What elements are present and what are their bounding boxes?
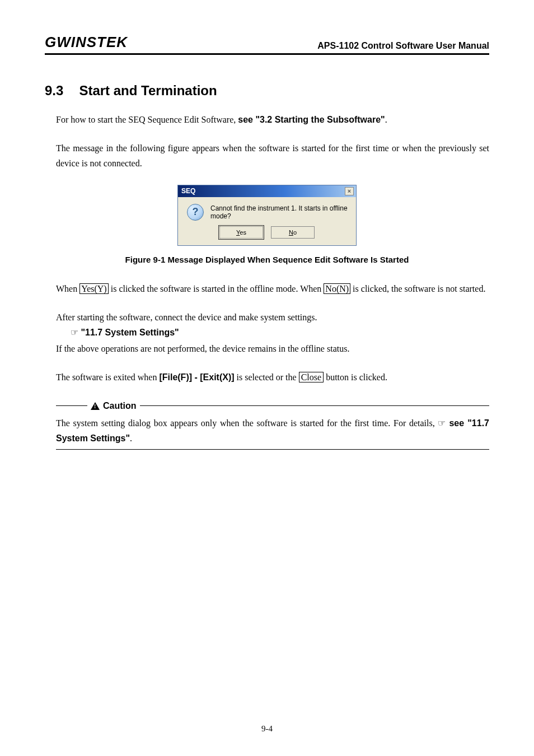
no-key-label: No(N) <box>324 283 350 294</box>
divider <box>140 405 489 406</box>
cross-reference: ☞ "11.7 System Settings" <box>71 325 489 340</box>
no-button[interactable]: No <box>271 226 315 239</box>
paragraph-intro: For how to start the SEQ Sequence Edit S… <box>56 112 489 127</box>
caution-block: Caution The system setting dialog box ap… <box>56 401 489 450</box>
section-heading: 9.3Start and Termination <box>45 83 489 99</box>
paragraph-offline-status: If the above operations are not performe… <box>56 341 489 356</box>
page-number: 9-4 <box>0 724 534 734</box>
paragraph-after-start: After starting the software, connect the… <box>56 310 489 325</box>
pointer-icon: ☞ <box>71 328 78 337</box>
caution-body: The system setting dialog box appears on… <box>56 416 489 450</box>
close-icon[interactable]: × <box>345 187 354 195</box>
dialog-message: Cannot find the instrument 1. It starts … <box>210 204 350 220</box>
yes-key-label: Yes(Y) <box>79 283 109 294</box>
document-title: APS-1102 Control Software User Manual <box>317 41 489 51</box>
dialog-seq: SEQ × ? Cannot find the instrument 1. It… <box>177 185 357 246</box>
caution-label: Caution <box>103 401 137 411</box>
paragraph-exit: The software is exited when [File(F)] - … <box>56 370 489 385</box>
figure-caption: Figure 9-1 Message Displayed When Sequen… <box>45 255 489 264</box>
section-number: 9.3 <box>45 83 63 99</box>
dialog-titlebar: SEQ × <box>178 185 356 197</box>
section-title: Start and Termination <box>79 83 217 98</box>
warning-icon <box>91 402 100 410</box>
question-icon: ? <box>187 204 204 221</box>
close-key-label: Close <box>299 372 324 382</box>
dialog-title-text: SEQ <box>181 187 195 195</box>
paragraph-yes-no: When Yes(Y) is clicked the software is s… <box>56 281 489 296</box>
yes-button[interactable]: Yes <box>219 226 263 239</box>
divider <box>56 405 87 406</box>
brand-logo: GWINSTEK <box>45 34 128 51</box>
pointer-icon: ☞ <box>438 418 446 428</box>
paragraph-message-intro: The message in the following figure appe… <box>56 141 489 171</box>
